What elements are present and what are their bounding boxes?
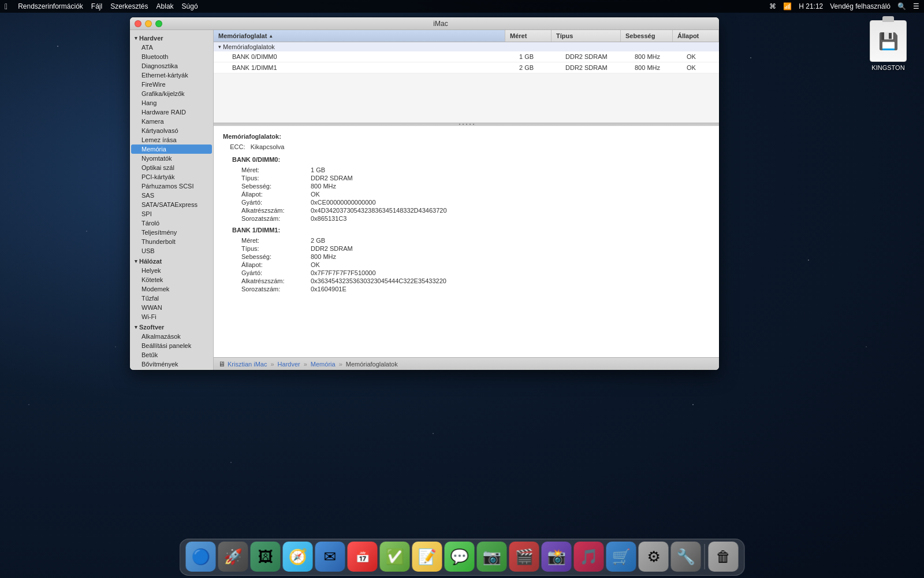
breadcrumb-hardver[interactable]: Hardver — [278, 361, 300, 368]
sidebar-group-hardver[interactable]: Hardver — [130, 32, 213, 43]
col-header-status[interactable]: Állapot — [673, 30, 719, 42]
sidebar-item-beallitasi[interactable]: Beállítási panelek — [130, 341, 213, 350]
dock-item-safari[interactable]: 🧭 — [283, 542, 313, 572]
dock-item-itunes[interactable]: 🎵 — [574, 542, 604, 572]
dock-item-imovie[interactable]: 🎬 — [509, 542, 539, 572]
sidebar-item-tuzfal[interactable]: Tűzfal — [130, 294, 213, 303]
table-row[interactable]: BANK 1/DIMM1 2 GB DDR2 SDRAM 800 MHz OK — [214, 62, 719, 73]
menubar-app-name[interactable]: Rendszerinformációk — [18, 2, 83, 10]
col-header-type[interactable]: Típus — [552, 30, 621, 42]
dock-item-reminders[interactable]: ✅ — [380, 542, 410, 572]
sidebar-item-usb[interactable]: USB — [130, 246, 213, 255]
sidebar-item-diagnosztika[interactable]: Diagnosztika — [130, 61, 213, 71]
breadcrumb-sep-1: » — [270, 361, 274, 368]
table-row[interactable]: BANK 0/DIMM0 1 GB DDR2 SDRAM 800 MHz OK — [214, 51, 719, 62]
spotlight-icon[interactable]: 🔍 — [897, 2, 906, 10]
bank1-status-value: OK — [311, 261, 320, 268]
sidebar-item-parhuzamos[interactable]: Párhuzamos SCSI — [130, 181, 213, 191]
breadcrumb-memoria[interactable]: Memória — [311, 361, 336, 368]
dock-item-finder[interactable]: 🔵 — [186, 542, 216, 572]
breadcrumb-computer[interactable]: Krisztian iMac — [228, 361, 267, 368]
window-maximize-button[interactable] — [155, 20, 162, 27]
bluetooth-icon[interactable]: ⌘ — [769, 2, 776, 10]
sidebar-item-nyomtatók[interactable]: Nyomtatók — [130, 154, 213, 163]
dock-item-trash[interactable]: 🗑 — [709, 542, 739, 572]
notification-icon[interactable]: ☰ — [913, 2, 919, 10]
sidebar-item-ethernet[interactable]: Ethernet-kártyák — [130, 71, 213, 80]
resize-dots-icon — [458, 123, 475, 125]
sidebar-item-memoria[interactable]: Memória — [131, 144, 212, 154]
col-header-slot[interactable]: Memóriafoglalat ▲ — [214, 30, 505, 42]
sidebar-item-wifi[interactable]: Wi-Fi — [130, 312, 213, 321]
sidebar-item-optikai[interactable]: Optikai szál — [130, 163, 213, 172]
apple-menu[interactable]:  — [5, 2, 8, 11]
bank1-title: BANK 1/DIMM1: — [232, 227, 710, 234]
col-header-speed[interactable]: Sebesség — [621, 30, 673, 42]
window-close-button[interactable] — [135, 20, 141, 27]
cell-status-0: OK — [673, 51, 719, 62]
menubar-menu-szerkesztes[interactable]: Szerkesztés — [110, 2, 148, 10]
sidebar-item-kartyaolvaso[interactable]: Kártyaolvasó — [130, 126, 213, 135]
sidebar-item-lemez-irasa[interactable]: Lemez írása — [130, 135, 213, 144]
window-minimize-button[interactable] — [145, 20, 152, 27]
launchpad-icon: 🚀 — [224, 548, 243, 566]
imovie-icon: 🎬 — [515, 548, 534, 566]
menubar-menu-sugo[interactable]: Súgó — [182, 2, 198, 10]
desktop-icon-kingston[interactable]: 💾 KINGSTON — [870, 20, 907, 71]
dock-item-appstore[interactable]: 🛒 — [606, 542, 636, 572]
table-group-row[interactable]: Memóriafoglalatok — [214, 42, 719, 51]
user-name[interactable]: Vendég felhasználó — [830, 2, 891, 10]
sidebar-item-grafika[interactable]: Grafika/kijelzők — [130, 89, 213, 98]
sidebar-group-szoftver[interactable]: Szoftver — [130, 321, 213, 332]
finder-icon: 🔵 — [192, 548, 210, 566]
sidebar-item-bluetooth[interactable]: Bluetooth — [130, 52, 213, 61]
sidebar-item-betuk[interactable]: Betűk — [130, 350, 213, 360]
dock-item-syspref[interactable]: ⚙ — [639, 542, 669, 572]
dock-item-mail[interactable]: ✉ — [315, 542, 345, 572]
sidebar-item-kotetek[interactable]: Kötetek — [130, 275, 213, 284]
sidebar-item-ata[interactable]: ATA — [130, 43, 213, 52]
bank0-status-key: Állapot: — [241, 191, 311, 198]
sidebar-item-teljesitmeny[interactable]: Teljesítmény — [130, 228, 213, 237]
col-header-size[interactable]: Méret — [505, 30, 552, 42]
dock-item-notes[interactable]: 📝 — [412, 542, 442, 572]
sidebar-item-alkalmazasok[interactable]: Alkalmazások — [130, 332, 213, 341]
bank1-size-key: Méret: — [241, 237, 311, 244]
sidebar-item-thunderbolt[interactable]: Thunderbolt — [130, 237, 213, 246]
dock-item-facetime[interactable]: 📷 — [477, 542, 507, 572]
sidebar-item-helyek[interactable]: Helyek — [130, 266, 213, 275]
dock-item-messages[interactable]: 💬 — [445, 542, 475, 572]
sidebar-item-developer[interactable]: Developer — [130, 369, 213, 370]
detail-row-bank1-speed: Sebesség: 800 MHz — [241, 253, 710, 260]
bank0-type-key: Típus: — [241, 175, 311, 181]
dock-item-iphoto[interactable]: 📸 — [542, 542, 572, 572]
bank1-speed-value: 800 MHz — [311, 253, 336, 260]
bank1-size-value: 2 GB — [311, 237, 325, 244]
bank1-serial-value: 0x1604901E — [311, 286, 346, 292]
wifi-icon[interactable]: 📶 — [783, 2, 792, 10]
sidebar-item-hang[interactable]: Hang — [130, 98, 213, 108]
menubar:  Rendszerinformációk Fájl Szerkesztés A… — [0, 0, 924, 13]
sidebar-item-sata[interactable]: SATA/SATAExpress — [130, 200, 213, 209]
bank1-partnumber-value: 0x36345432353630323045444C322E35433220 — [311, 277, 446, 284]
cell-size-0: 1 GB — [505, 51, 552, 62]
sidebar-item-spi[interactable]: SPI — [130, 209, 213, 218]
sidebar-item-wwan[interactable]: WWAN — [130, 303, 213, 312]
sidebar-item-firewire[interactable]: FireWire — [130, 80, 213, 89]
dock-item-launchpad[interactable]: 🚀 — [218, 542, 248, 572]
sidebar-item-hardware-raid[interactable]: Hardware RAID — [130, 108, 213, 117]
dock-item-photos[interactable]: 🖼 — [251, 542, 281, 572]
sidebar-item-pci[interactable]: PCI-kártyák — [130, 172, 213, 181]
dock-item-tools[interactable]: 🔧 — [671, 542, 701, 572]
sidebar-item-kamera[interactable]: Kamera — [130, 117, 213, 126]
menubar-menu-fajl[interactable]: Fájl — [91, 2, 102, 10]
sidebar-group-halozat[interactable]: Hálózat — [130, 255, 213, 266]
kingston-drive-icon: 💾 — [870, 20, 907, 62]
sidebar-item-sas[interactable]: SAS — [130, 191, 213, 200]
menubar-menu-ablak[interactable]: Ablak — [157, 2, 174, 10]
dock-item-calendar[interactable]: 📅 — [348, 542, 378, 572]
sidebar-item-modemek[interactable]: Modemek — [130, 284, 213, 294]
calendar-icon: 📅 — [355, 550, 370, 564]
sidebar-item-tarolo[interactable]: Tároló — [130, 218, 213, 228]
sidebar-item-bovitmenyek[interactable]: Bővítmények — [130, 360, 213, 369]
